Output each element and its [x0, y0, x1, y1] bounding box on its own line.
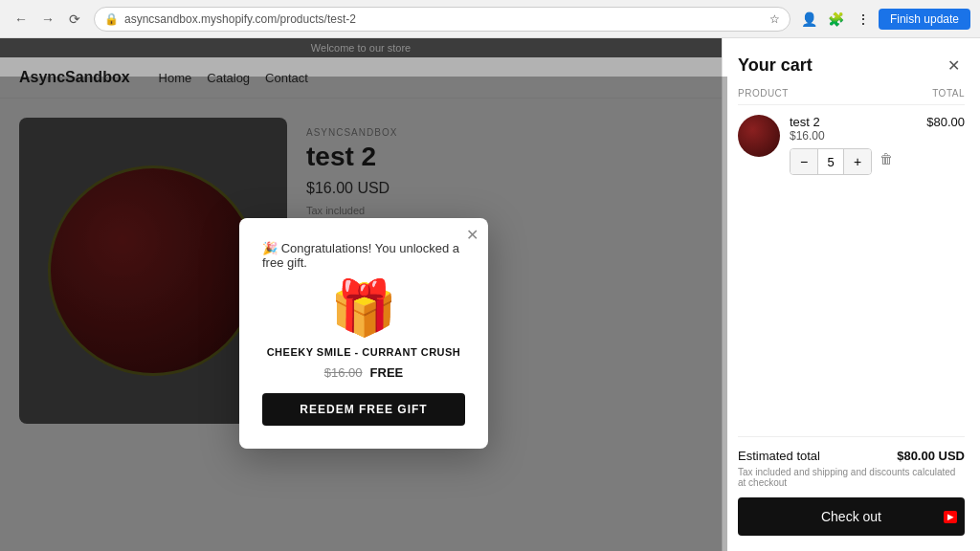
modal-congrats-text: 🎉 Congratulations! You unlocked a free g…	[262, 241, 465, 270]
redeem-button[interactable]: REEDEM FREE GIFT	[262, 393, 465, 426]
congrats-message: Congratulations! You unlocked a free gif…	[262, 241, 459, 270]
estimated-amount: $80.00 USD	[897, 449, 965, 463]
cart-header: Your cart ✕	[738, 54, 965, 77]
cart-sidebar: Your cart ✕ PRODUCT TOTAL test 2 $16.00 …	[722, 38, 980, 551]
cart-item-total: $80.00	[926, 115, 965, 129]
address-bar[interactable]: 🔒 asyncsandbox.myshopify.com/products/te…	[94, 7, 791, 32]
checkout-label: Check out	[821, 509, 881, 524]
gift-modal: ✕ 🎉 Congratulations! You unlocked a free…	[239, 218, 488, 449]
cart-item-name: test 2	[790, 115, 917, 129]
cart-item-price: $16.00	[790, 129, 917, 143]
tax-note: Tax included and shipping and discounts …	[738, 467, 965, 488]
cart-title: Your cart	[738, 55, 813, 76]
browser-nav-buttons: ← → ⟳	[10, 8, 86, 31]
forward-button[interactable]: →	[36, 8, 59, 31]
url-text: asyncsandbox.myshopify.com/products/test…	[124, 12, 764, 26]
quantity-increase-button[interactable]: +	[844, 149, 871, 174]
gift-icon: 🎁	[262, 281, 465, 335]
quantity-value: 5	[817, 149, 844, 174]
cart-item-image	[738, 115, 780, 157]
gift-original-price: $16.00	[324, 365, 363, 380]
lock-icon: 🔒	[104, 12, 119, 26]
estimated-total-section: Estimated total $80.00 USD Tax included …	[738, 436, 965, 536]
star-icon: ☆	[769, 12, 780, 26]
store-announcement: Welcome to our store	[0, 38, 722, 57]
cart-close-button[interactable]: ✕	[942, 54, 965, 77]
col-total-label: TOTAL	[932, 88, 965, 99]
cart-column-headers: PRODUCT TOTAL	[738, 88, 965, 105]
modal-overlay[interactable]: ✕ 🎉 Congratulations! You unlocked a free…	[0, 77, 727, 551]
page-wrapper: Welcome to our store AsyncSandbox Home C…	[0, 38, 980, 551]
gift-product-name: CHEEKY SMILE - CURRANT CRUSH	[262, 346, 465, 358]
reload-button[interactable]: ⟳	[63, 8, 86, 31]
back-button[interactable]: ←	[10, 8, 33, 31]
estimated-label: Estimated total	[738, 449, 820, 463]
menu-icon[interactable]: ⋮	[852, 8, 875, 31]
congrats-emoji: 🎉	[262, 241, 278, 255]
cart-item-info: test 2 $16.00 − 5 + 🗑	[790, 115, 917, 175]
modal-close-button[interactable]: ✕	[466, 226, 479, 244]
profile-icon[interactable]: 👤	[798, 8, 821, 31]
browser-chrome: ← → ⟳ 🔒 asyncsandbox.myshopify.com/produ…	[0, 0, 980, 38]
cart-item: test 2 $16.00 − 5 + 🗑 $80.00	[738, 115, 965, 175]
delete-item-button[interactable]: 🗑	[880, 151, 893, 166]
estimated-row: Estimated total $80.00 USD	[738, 449, 965, 463]
gift-pricing: $16.00 FREE	[262, 365, 465, 380]
checkout-button[interactable]: Check out ▶	[738, 497, 965, 536]
quantity-control: − 5 +	[790, 148, 872, 175]
browser-actions: 👤 🧩 ⋮ Finish update	[798, 8, 970, 31]
quantity-decrease-button[interactable]: −	[791, 149, 817, 174]
youtube-badge: ▶	[944, 511, 957, 523]
finish-update-button[interactable]: Finish update	[879, 9, 970, 30]
col-product-label: PRODUCT	[738, 88, 789, 99]
extension-icon[interactable]: 🧩	[825, 8, 848, 31]
gift-free-label: FREE	[370, 365, 404, 380]
